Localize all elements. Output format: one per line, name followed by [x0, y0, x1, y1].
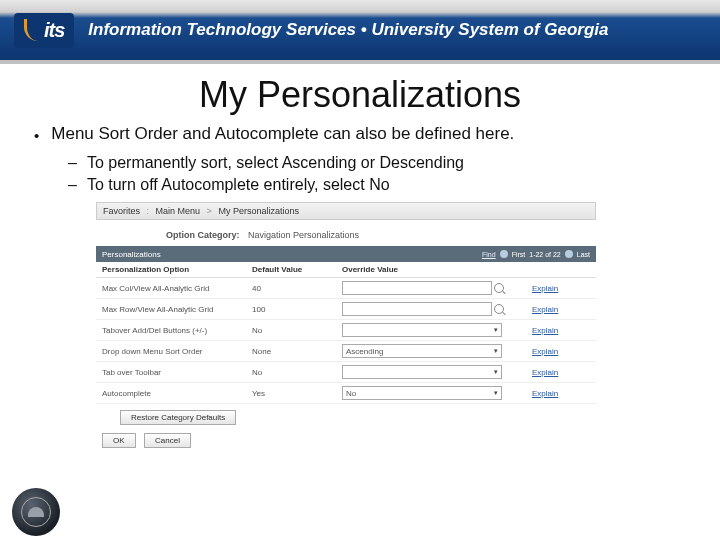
- col-explain: [532, 265, 602, 274]
- content-block: • Menu Sort Order and Autocomplete can a…: [0, 116, 720, 452]
- sub-bullet-1: – To permanently sort, select Ascending …: [68, 152, 686, 174]
- bullet-text: Menu Sort Order and Autocomplete can als…: [51, 124, 514, 148]
- col-option: Personalization Option: [102, 265, 252, 274]
- default-value: Yes: [252, 389, 342, 398]
- override-select[interactable]: Ascending▾: [342, 344, 502, 358]
- lookup-icon[interactable]: [494, 283, 504, 293]
- breadcrumb-favorites[interactable]: Favorites: [103, 206, 140, 216]
- explain-link[interactable]: Explain: [532, 389, 558, 398]
- logo-swoosh-icon: [24, 19, 38, 41]
- option-name: Tabover Add/Del Buttons (+/-): [102, 326, 252, 335]
- section-header: Personalizations Find First 1-22 of 22 L…: [96, 246, 596, 262]
- logo-text: its: [44, 19, 64, 42]
- its-logo: its: [14, 13, 74, 48]
- find-link[interactable]: Find: [482, 251, 496, 258]
- option-name: Max Col/View All-Analytic Grid: [102, 284, 252, 293]
- explain-link[interactable]: Explain: [532, 326, 558, 335]
- default-value: 100: [252, 305, 342, 314]
- breadcrumb: Favorites : Main Menu > My Personalizati…: [96, 202, 596, 220]
- nav-range: 1-22 of 22: [529, 251, 561, 258]
- chevron-down-icon: ▾: [494, 368, 498, 376]
- nav-first-label[interactable]: First: [512, 251, 526, 258]
- breadcrumb-sep-icon: :: [147, 206, 150, 216]
- bullet-dot-icon: •: [34, 124, 39, 148]
- footer-decoration: [0, 452, 720, 540]
- seal-icon: [12, 488, 60, 536]
- override-cell: [342, 281, 532, 295]
- col-default: Default Value: [252, 265, 342, 274]
- nav-first-icon[interactable]: [500, 250, 508, 258]
- cancel-button[interactable]: Cancel: [144, 433, 191, 448]
- table-row: Tabover Add/Del Buttons (+/-)No▾Explain: [96, 320, 596, 341]
- nav-last-icon[interactable]: [565, 250, 573, 258]
- table-row: AutocompleteYesNo▾Explain: [96, 383, 596, 404]
- sub-bullet-2-text: To turn off Autocomplete entirely, selec…: [87, 174, 390, 196]
- column-header-row: Personalization Option Default Value Ove…: [96, 262, 596, 278]
- override-cell: [342, 302, 532, 316]
- explain-link[interactable]: Explain: [532, 368, 558, 377]
- option-name: Max Row/View All-Analytic Grid: [102, 305, 252, 314]
- override-input[interactable]: [342, 281, 492, 295]
- restore-defaults-button[interactable]: Restore Category Defaults: [120, 410, 236, 425]
- option-name: Tab over Toolbar: [102, 368, 252, 377]
- chevron-down-icon: ▾: [494, 389, 498, 397]
- breadcrumb-current: My Personalizations: [218, 206, 299, 216]
- override-cell: ▾: [342, 365, 532, 379]
- default-value: 40: [252, 284, 342, 293]
- table-row: Drop down Menu Sort OrderNoneAscending▾E…: [96, 341, 596, 362]
- page-title: My Personalizations: [0, 74, 720, 116]
- table-row: Max Col/View All-Analytic Grid40Explain: [96, 278, 596, 299]
- override-cell: ▾: [342, 323, 532, 337]
- override-select[interactable]: ▾: [342, 323, 502, 337]
- table-row: Max Row/View All-Analytic Grid100Explain: [96, 299, 596, 320]
- explain-link[interactable]: Explain: [532, 305, 558, 314]
- override-input[interactable]: [342, 302, 492, 316]
- override-select[interactable]: ▾: [342, 365, 502, 379]
- col-override: Override Value: [342, 265, 532, 274]
- section-title: Personalizations: [102, 250, 161, 259]
- default-value: No: [252, 326, 342, 335]
- explain-link[interactable]: Explain: [532, 284, 558, 293]
- sub-bullet-2: – To turn off Autocomplete entirely, sel…: [68, 174, 686, 196]
- nav-last-label[interactable]: Last: [577, 251, 590, 258]
- bullet-main: • Menu Sort Order and Autocomplete can a…: [34, 124, 686, 148]
- lookup-icon[interactable]: [494, 304, 504, 314]
- option-name: Autocomplete: [102, 389, 252, 398]
- breadcrumb-main-menu[interactable]: Main Menu: [156, 206, 201, 216]
- dash-icon: –: [68, 174, 77, 196]
- breadcrumb-sep-icon: >: [207, 206, 212, 216]
- override-select[interactable]: No▾: [342, 386, 502, 400]
- chevron-down-icon: ▾: [494, 326, 498, 334]
- header-title: Information Technology Services • Univer…: [88, 20, 608, 40]
- slide-header: its Information Technology Services • Un…: [0, 0, 720, 64]
- sub-bullet-1-text: To permanently sort, select Ascending or…: [87, 152, 464, 174]
- embedded-screenshot: Favorites : Main Menu > My Personalizati…: [96, 202, 596, 452]
- ok-button[interactable]: OK: [102, 433, 136, 448]
- default-value: None: [252, 347, 342, 356]
- option-category-value: Navigation Personalizations: [248, 230, 359, 240]
- table-row: Tab over ToolbarNo▾Explain: [96, 362, 596, 383]
- explain-link[interactable]: Explain: [532, 347, 558, 356]
- override-cell: Ascending▾: [342, 344, 532, 358]
- dash-icon: –: [68, 152, 77, 174]
- override-select-value: Ascending: [346, 347, 383, 356]
- override-cell: No▾: [342, 386, 532, 400]
- option-category-row: Option Category: Navigation Personalizat…: [166, 230, 596, 240]
- override-select-value: No: [346, 389, 356, 398]
- default-value: No: [252, 368, 342, 377]
- option-category-label: Option Category:: [166, 230, 240, 240]
- option-name: Drop down Menu Sort Order: [102, 347, 252, 356]
- chevron-down-icon: ▾: [494, 347, 498, 355]
